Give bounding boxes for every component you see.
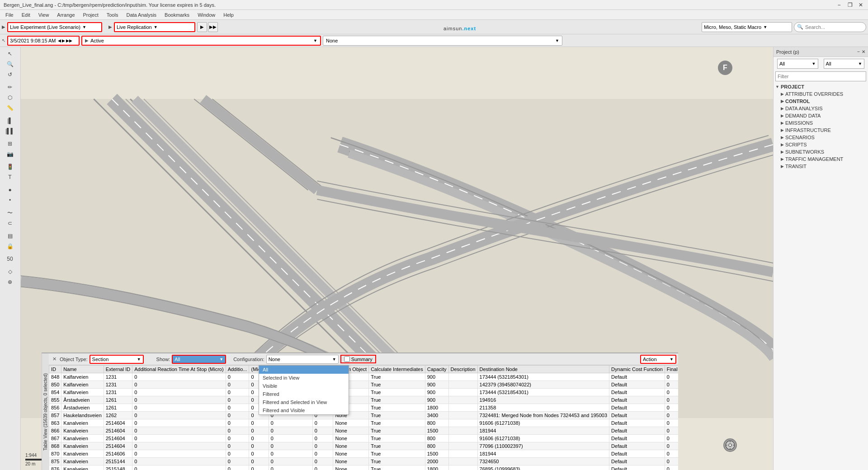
filter-input[interactable] [775, 71, 866, 81]
tree-item-transit[interactable]: ▶ TRANSIT [774, 163, 868, 170]
tree-item-subnetworks[interactable]: ▶ SUBNETWORKS [774, 148, 868, 155]
dropdown-option-selected-in-view[interactable]: Selected in View [259, 374, 349, 382]
time-display[interactable]: 3/5/2021 9:08:15 AM ◀ ▶ ▶▶ [7, 36, 80, 46]
time-prev-button[interactable]: ◀ [58, 38, 61, 43]
summary-checkbox[interactable] [344, 356, 350, 362]
grid-tool[interactable]: ⊞ [1, 139, 19, 149]
maximize-button[interactable]: ❐ [846, 1, 854, 9]
extra-tool2[interactable]: ⊕ [1, 277, 19, 287]
dropdown-option-visible[interactable]: Visible [259, 382, 349, 390]
menu-edit[interactable]: Edit [18, 11, 34, 19]
menu-data-analysis[interactable]: Data Analysis [123, 11, 160, 19]
node-tool[interactable]: ⬡ [1, 93, 19, 103]
col-addl[interactable]: Additio... [226, 366, 249, 373]
dropdown-option-filtered-selected[interactable]: Filtered and Selected in View [259, 398, 349, 406]
show-dropdown[interactable]: All ▼ [172, 355, 226, 364]
close-button[interactable]: ✕ [857, 1, 864, 9]
dropdown-option-all[interactable]: All [259, 366, 349, 374]
tree-item-scenarios[interactable]: ▶ SCENARIOS [774, 134, 868, 141]
table-row[interactable]: 866Kanalveien251460400000NoneTrue1500181… [49, 427, 679, 435]
table-row[interactable]: 863Kanalveien251460400000NoneTrue8009160… [49, 419, 679, 427]
action-dropdown[interactable]: Action ▼ [640, 355, 676, 364]
time-next-button[interactable]: ▶▶ [66, 38, 72, 43]
measure-tool[interactable]: 📏 [1, 103, 19, 113]
panel-minimize[interactable]: − [857, 49, 860, 54]
col-dest-node[interactable]: Destination Node [477, 366, 609, 373]
summary-checkbox-area[interactable]: Summary [340, 355, 376, 363]
dot-tool[interactable]: • [1, 195, 19, 205]
col-description[interactable]: Description [448, 366, 477, 373]
col-ext-id[interactable]: External ID [104, 366, 132, 373]
table-row[interactable]: 875Kanalveien251514400000NoneTrue2000732… [49, 458, 679, 465]
replication-dropdown[interactable]: Live Replication ▼ [114, 22, 195, 32]
none-dropdown[interactable]: None ▼ [323, 36, 562, 46]
config-dropdown[interactable]: None ▼ [266, 355, 339, 364]
table-row[interactable]: 876Kanalveien251514800000NoneTrue1800768… [49, 465, 679, 470]
object-type-dropdown[interactable]: Section ▼ [90, 355, 144, 364]
tree-item-traffic-management[interactable]: ▶ TRAFFIC MANAGEMENT [774, 155, 868, 163]
menu-view[interactable]: View [35, 11, 53, 19]
extra-tool1[interactable]: ◇ [1, 267, 19, 277]
zoom-in-tool[interactable]: 🔍 [1, 59, 19, 69]
show-dropdown-menu[interactable]: All Selected in View Visible Filtered Fi… [259, 365, 349, 415]
layer-tool[interactable]: ▤ [1, 231, 19, 241]
table-row[interactable]: 850Kalfarveien123100000NoneTrue900142379… [49, 381, 679, 389]
table-row[interactable]: 848Kalfarveien123100000NoneTrue900173444… [49, 373, 679, 381]
table-row[interactable]: 870Kanalveien251460600000NoneTrue1500181… [49, 450, 679, 458]
tree-item-emissions[interactable]: ▶ EMISSIONS [774, 119, 868, 127]
col-calc-int[interactable]: Calculate Intermediates [369, 366, 425, 373]
magnet-tool[interactable]: ⊂ [1, 218, 19, 228]
tree-item-data-analysis[interactable]: ▶ DATA ANALYSIS [774, 105, 868, 112]
count-tool[interactable]: |▌▌ [1, 126, 19, 136]
panel-dropdown-all2[interactable]: All ▼ [824, 59, 865, 69]
tree-item-scripts[interactable]: ▶ SCRIPTS [774, 141, 868, 148]
simulation-mode-dropdown[interactable]: Micro, Meso, Static Macro ▼ [702, 22, 792, 32]
table-row[interactable]: 856Årstadveien126100000NoneTrue180021135… [49, 404, 679, 412]
text-tool[interactable]: T [1, 172, 19, 182]
signal-tool[interactable]: 🚦 [1, 162, 19, 172]
draw-tool[interactable]: ✏ [1, 82, 19, 92]
map-area[interactable]: F 1:944 20 m 62773S, 6696450 Table View … [21, 47, 773, 470]
experiment-dropdown[interactable]: Live Experiment (Live Scenario) ▼ [7, 22, 102, 32]
col-dyn-cost[interactable]: Dynamic Cost Function [609, 366, 665, 373]
table-row[interactable]: 867Kanalveien251460400000NoneTrue8009160… [49, 435, 679, 442]
search-input[interactable] [794, 22, 866, 32]
dropdown-option-filtered[interactable]: Filtered [259, 390, 349, 398]
col-final-alt[interactable]: Final Altitude [665, 366, 678, 373]
data-table-wrap[interactable]: ID Name External ID Additional Reaction … [49, 365, 678, 470]
tree-item-attribute-overrides[interactable]: ▶ ATTRIBUTE OVERRIDES [774, 90, 868, 98]
menu-arrange[interactable]: Arrange [53, 11, 78, 19]
col-id[interactable]: ID [49, 366, 61, 373]
play-button[interactable]: ▶ [197, 22, 207, 32]
rotate-tool[interactable]: ↺ [1, 70, 19, 80]
time-play-button[interactable]: ▶ [62, 38, 65, 43]
menu-tools[interactable]: Tools [103, 11, 122, 19]
minimize-button[interactable]: − [835, 1, 843, 9]
col-name[interactable]: Name [61, 366, 104, 373]
scale50-tool[interactable]: 50 [1, 254, 19, 264]
dropdown-option-filtered-visible[interactable]: Filtered and Visible [259, 406, 349, 414]
menu-window[interactable]: Window [194, 11, 219, 19]
circle-tool[interactable]: ● [1, 185, 19, 195]
table-row[interactable]: 857Haukelandsveien126200000NoneTrue34007… [49, 412, 679, 419]
menu-help[interactable]: Help [220, 11, 237, 19]
select-tool[interactable]: ↖ [1, 49, 19, 59]
speed-tool[interactable]: |▌ [1, 116, 19, 126]
lock-tool[interactable]: 🔒 [1, 241, 19, 251]
menu-file[interactable]: File [2, 11, 17, 19]
col-capacity[interactable]: Capacity [425, 366, 448, 373]
col-reaction-time[interactable]: Additional Reaction Time At Stop (Micro) [132, 366, 226, 373]
fast-forward-button[interactable]: ▶▶ [208, 22, 218, 32]
table-row[interactable]: 868Kanalveien251460400000NoneTrue8007709… [49, 442, 679, 450]
table-row[interactable]: 855Årstadveien126100000NoneTrue900194916… [49, 396, 679, 404]
tree-item-control[interactable]: ▶ CONTROL [774, 98, 868, 105]
panel-dropdown-all[interactable]: All ▼ [777, 59, 818, 69]
close-panel-button[interactable]: ✕ [51, 356, 58, 363]
camera-tool[interactable]: 📷 [1, 149, 19, 159]
curve-tool[interactable]: 〜 [1, 208, 19, 218]
tree-item-infrastructure[interactable]: ▶ INFRASTRUCTURE [774, 127, 868, 134]
menu-bookmarks[interactable]: Bookmarks [161, 11, 193, 19]
table-row[interactable]: 854Kalfarveien123100000NoneTrue900173444… [49, 389, 679, 396]
tree-item-demand-data[interactable]: ▶ DEMAND DATA [774, 112, 868, 119]
panel-close[interactable]: ✕ [862, 49, 865, 54]
